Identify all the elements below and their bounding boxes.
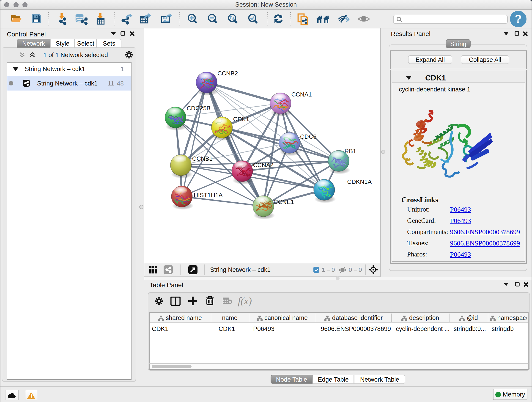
svg-text:CCNB2: CCNB2 [217, 70, 238, 77]
svg-text:HIST1H1A: HIST1H1A [194, 191, 223, 198]
svg-text:?: ? [515, 13, 522, 26]
svg-text:CDC6: CDC6 [300, 133, 317, 140]
svg-text:CDK1: CDK1 [233, 116, 249, 123]
svg-text:CDC25B: CDC25B [187, 105, 210, 112]
svg-text:CCNE1: CCNE1 [273, 198, 294, 205]
svg-text:CDKN1A: CDKN1A [347, 178, 372, 185]
svg-text:CCNA1: CCNA1 [291, 91, 312, 98]
svg-text:CCNB1: CCNB1 [192, 155, 213, 162]
svg-text:CCNA2: CCNA2 [253, 162, 273, 168]
svg-text:RB1: RB1 [345, 148, 356, 154]
